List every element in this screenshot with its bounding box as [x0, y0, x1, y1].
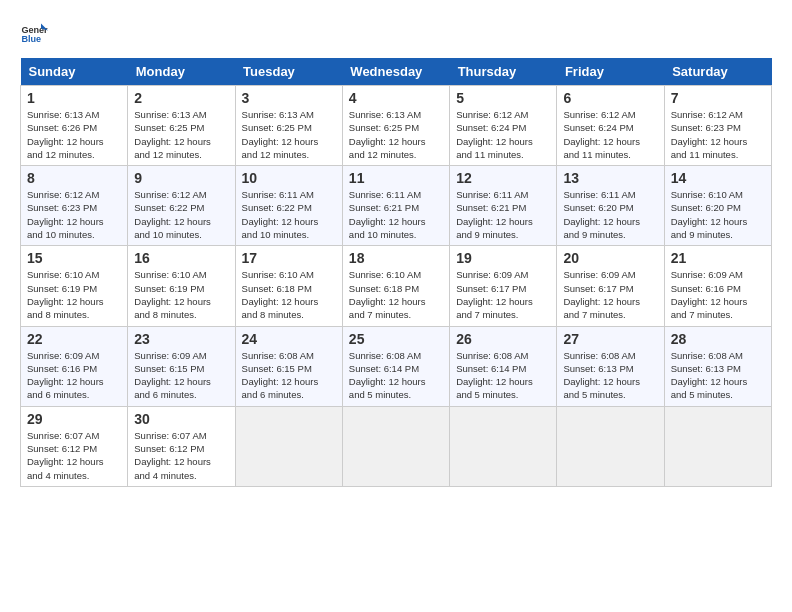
day-info: Sunrise: 6:11 AM Sunset: 6:22 PM Dayligh…	[242, 188, 336, 241]
day-number: 19	[456, 250, 550, 266]
day-info: Sunrise: 6:12 AM Sunset: 6:23 PM Dayligh…	[27, 188, 121, 241]
day-info: Sunrise: 6:10 AM Sunset: 6:20 PM Dayligh…	[671, 188, 765, 241]
week-row-4: 22 Sunrise: 6:09 AM Sunset: 6:16 PM Dayl…	[21, 326, 772, 406]
day-info: Sunrise: 6:11 AM Sunset: 6:21 PM Dayligh…	[349, 188, 443, 241]
day-cell-8: 8 Sunrise: 6:12 AM Sunset: 6:23 PM Dayli…	[21, 166, 128, 246]
day-info: Sunrise: 6:13 AM Sunset: 6:25 PM Dayligh…	[134, 108, 228, 161]
day-number: 8	[27, 170, 121, 186]
day-cell-11: 11 Sunrise: 6:11 AM Sunset: 6:21 PM Dayl…	[342, 166, 449, 246]
col-header-monday: Monday	[128, 58, 235, 86]
day-cell-23: 23 Sunrise: 6:09 AM Sunset: 6:15 PM Dayl…	[128, 326, 235, 406]
day-number: 6	[563, 90, 657, 106]
day-cell-21: 21 Sunrise: 6:09 AM Sunset: 6:16 PM Dayl…	[664, 246, 771, 326]
day-info: Sunrise: 6:07 AM Sunset: 6:12 PM Dayligh…	[134, 429, 228, 482]
day-info: Sunrise: 6:11 AM Sunset: 6:21 PM Dayligh…	[456, 188, 550, 241]
logo: General Blue	[20, 20, 48, 48]
day-number: 4	[349, 90, 443, 106]
day-cell-26: 26 Sunrise: 6:08 AM Sunset: 6:14 PM Dayl…	[450, 326, 557, 406]
day-cell-28: 28 Sunrise: 6:08 AM Sunset: 6:13 PM Dayl…	[664, 326, 771, 406]
day-number: 27	[563, 331, 657, 347]
day-number: 12	[456, 170, 550, 186]
day-number: 11	[349, 170, 443, 186]
day-cell-5: 5 Sunrise: 6:12 AM Sunset: 6:24 PM Dayli…	[450, 86, 557, 166]
day-info: Sunrise: 6:10 AM Sunset: 6:18 PM Dayligh…	[349, 268, 443, 321]
header-row: SundayMondayTuesdayWednesdayThursdayFrid…	[21, 58, 772, 86]
empty-cell	[557, 406, 664, 486]
day-info: Sunrise: 6:10 AM Sunset: 6:18 PM Dayligh…	[242, 268, 336, 321]
day-number: 25	[349, 331, 443, 347]
day-number: 5	[456, 90, 550, 106]
day-number: 7	[671, 90, 765, 106]
day-cell-22: 22 Sunrise: 6:09 AM Sunset: 6:16 PM Dayl…	[21, 326, 128, 406]
day-number: 29	[27, 411, 121, 427]
week-row-5: 29 Sunrise: 6:07 AM Sunset: 6:12 PM Dayl…	[21, 406, 772, 486]
empty-cell	[664, 406, 771, 486]
col-header-saturday: Saturday	[664, 58, 771, 86]
calendar-table: SundayMondayTuesdayWednesdayThursdayFrid…	[20, 58, 772, 487]
day-info: Sunrise: 6:13 AM Sunset: 6:25 PM Dayligh…	[349, 108, 443, 161]
day-info: Sunrise: 6:12 AM Sunset: 6:24 PM Dayligh…	[456, 108, 550, 161]
col-header-sunday: Sunday	[21, 58, 128, 86]
day-number: 14	[671, 170, 765, 186]
day-info: Sunrise: 6:10 AM Sunset: 6:19 PM Dayligh…	[27, 268, 121, 321]
day-number: 15	[27, 250, 121, 266]
day-cell-17: 17 Sunrise: 6:10 AM Sunset: 6:18 PM Dayl…	[235, 246, 342, 326]
day-cell-20: 20 Sunrise: 6:09 AM Sunset: 6:17 PM Dayl…	[557, 246, 664, 326]
svg-text:Blue: Blue	[21, 34, 41, 44]
day-cell-18: 18 Sunrise: 6:10 AM Sunset: 6:18 PM Dayl…	[342, 246, 449, 326]
day-info: Sunrise: 6:10 AM Sunset: 6:19 PM Dayligh…	[134, 268, 228, 321]
day-number: 24	[242, 331, 336, 347]
day-cell-16: 16 Sunrise: 6:10 AM Sunset: 6:19 PM Dayl…	[128, 246, 235, 326]
col-header-thursday: Thursday	[450, 58, 557, 86]
header: General Blue	[20, 20, 772, 48]
col-header-friday: Friday	[557, 58, 664, 86]
day-info: Sunrise: 6:09 AM Sunset: 6:17 PM Dayligh…	[456, 268, 550, 321]
day-number: 9	[134, 170, 228, 186]
day-number: 17	[242, 250, 336, 266]
day-number: 20	[563, 250, 657, 266]
day-cell-2: 2 Sunrise: 6:13 AM Sunset: 6:25 PM Dayli…	[128, 86, 235, 166]
day-cell-6: 6 Sunrise: 6:12 AM Sunset: 6:24 PM Dayli…	[557, 86, 664, 166]
day-cell-12: 12 Sunrise: 6:11 AM Sunset: 6:21 PM Dayl…	[450, 166, 557, 246]
day-number: 30	[134, 411, 228, 427]
day-info: Sunrise: 6:08 AM Sunset: 6:15 PM Dayligh…	[242, 349, 336, 402]
svg-text:General: General	[21, 25, 48, 35]
day-cell-10: 10 Sunrise: 6:11 AM Sunset: 6:22 PM Dayl…	[235, 166, 342, 246]
day-cell-15: 15 Sunrise: 6:10 AM Sunset: 6:19 PM Dayl…	[21, 246, 128, 326]
empty-cell	[235, 406, 342, 486]
day-number: 26	[456, 331, 550, 347]
day-cell-1: 1 Sunrise: 6:13 AM Sunset: 6:26 PM Dayli…	[21, 86, 128, 166]
col-header-tuesday: Tuesday	[235, 58, 342, 86]
day-cell-4: 4 Sunrise: 6:13 AM Sunset: 6:25 PM Dayli…	[342, 86, 449, 166]
day-cell-3: 3 Sunrise: 6:13 AM Sunset: 6:25 PM Dayli…	[235, 86, 342, 166]
empty-cell	[342, 406, 449, 486]
logo-icon: General Blue	[20, 20, 48, 48]
week-row-1: 1 Sunrise: 6:13 AM Sunset: 6:26 PM Dayli…	[21, 86, 772, 166]
day-cell-19: 19 Sunrise: 6:09 AM Sunset: 6:17 PM Dayl…	[450, 246, 557, 326]
day-info: Sunrise: 6:07 AM Sunset: 6:12 PM Dayligh…	[27, 429, 121, 482]
day-info: Sunrise: 6:08 AM Sunset: 6:14 PM Dayligh…	[456, 349, 550, 402]
day-number: 28	[671, 331, 765, 347]
day-info: Sunrise: 6:08 AM Sunset: 6:13 PM Dayligh…	[563, 349, 657, 402]
day-cell-24: 24 Sunrise: 6:08 AM Sunset: 6:15 PM Dayl…	[235, 326, 342, 406]
day-info: Sunrise: 6:09 AM Sunset: 6:17 PM Dayligh…	[563, 268, 657, 321]
day-info: Sunrise: 6:08 AM Sunset: 6:13 PM Dayligh…	[671, 349, 765, 402]
day-number: 10	[242, 170, 336, 186]
day-cell-25: 25 Sunrise: 6:08 AM Sunset: 6:14 PM Dayl…	[342, 326, 449, 406]
day-info: Sunrise: 6:12 AM Sunset: 6:22 PM Dayligh…	[134, 188, 228, 241]
day-info: Sunrise: 6:13 AM Sunset: 6:25 PM Dayligh…	[242, 108, 336, 161]
day-number: 2	[134, 90, 228, 106]
day-info: Sunrise: 6:11 AM Sunset: 6:20 PM Dayligh…	[563, 188, 657, 241]
day-info: Sunrise: 6:13 AM Sunset: 6:26 PM Dayligh…	[27, 108, 121, 161]
day-cell-27: 27 Sunrise: 6:08 AM Sunset: 6:13 PM Dayl…	[557, 326, 664, 406]
day-cell-9: 9 Sunrise: 6:12 AM Sunset: 6:22 PM Dayli…	[128, 166, 235, 246]
day-info: Sunrise: 6:12 AM Sunset: 6:23 PM Dayligh…	[671, 108, 765, 161]
day-number: 22	[27, 331, 121, 347]
col-header-wednesday: Wednesday	[342, 58, 449, 86]
day-info: Sunrise: 6:09 AM Sunset: 6:16 PM Dayligh…	[671, 268, 765, 321]
day-number: 1	[27, 90, 121, 106]
day-number: 13	[563, 170, 657, 186]
day-cell-13: 13 Sunrise: 6:11 AM Sunset: 6:20 PM Dayl…	[557, 166, 664, 246]
day-number: 16	[134, 250, 228, 266]
day-cell-14: 14 Sunrise: 6:10 AM Sunset: 6:20 PM Dayl…	[664, 166, 771, 246]
